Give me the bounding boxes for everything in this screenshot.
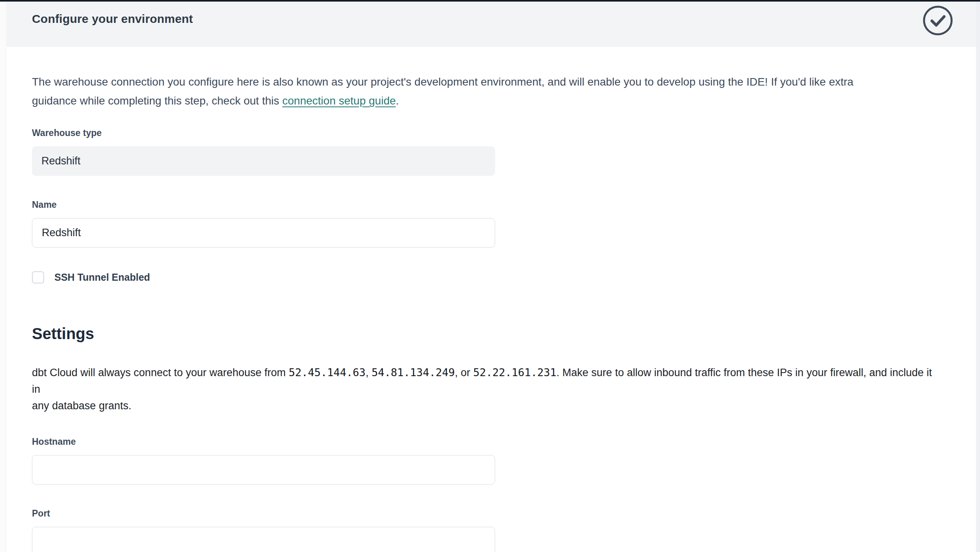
ip-address-1: 52.45.144.63 [289, 366, 365, 379]
hostname-label: Hostname [32, 436, 941, 447]
ssh-tunnel-label: SSH Tunnel Enabled [54, 272, 150, 283]
hostname-input[interactable] [32, 455, 495, 485]
intro-line2-text: guidance while completing this step, che… [32, 95, 282, 107]
connection-setup-guide-link[interactable]: connection setup guide [282, 95, 396, 107]
step-header: Configure your environment [7, 2, 976, 47]
ip-address-2: 54.81.134.249 [371, 366, 455, 379]
settings-heading: Settings [32, 324, 941, 343]
warehouse-type-field: Redshift [32, 146, 495, 176]
ip-allowlist-note: dbt Cloud will always connect to your wa… [32, 364, 941, 414]
step-body: The warehouse connection you configure h… [7, 73, 976, 552]
port-label: Port [32, 508, 941, 519]
ip-separator-1: , [365, 367, 371, 379]
ip-separator-2: , or [455, 367, 473, 379]
note-line2: any database grants. [32, 400, 131, 412]
check-circle-icon [922, 5, 954, 36]
warehouse-type-value: Redshift [41, 155, 80, 167]
scrollbar-track[interactable] [976, 2, 980, 552]
left-edge-strip [0, 2, 6, 552]
name-input[interactable] [32, 218, 495, 248]
top-nav-edge [0, 0, 980, 2]
warehouse-type-label: Warehouse type [32, 127, 941, 138]
intro-period: . [396, 95, 399, 107]
intro-line1: The warehouse connection you configure h… [32, 76, 853, 88]
port-input[interactable] [32, 527, 495, 552]
configure-environment-panel: Configure your environment The warehouse… [7, 2, 976, 552]
note-before-ips: dbt Cloud will always connect to your wa… [32, 367, 289, 379]
ssh-tunnel-checkbox[interactable] [32, 271, 44, 283]
name-label: Name [32, 199, 941, 210]
intro-paragraph: The warehouse connection you configure h… [32, 73, 941, 110]
page-title: Configure your environment [32, 12, 193, 26]
ssh-tunnel-row: SSH Tunnel Enabled [32, 271, 941, 283]
ip-address-3: 52.22.161.231 [473, 366, 556, 379]
